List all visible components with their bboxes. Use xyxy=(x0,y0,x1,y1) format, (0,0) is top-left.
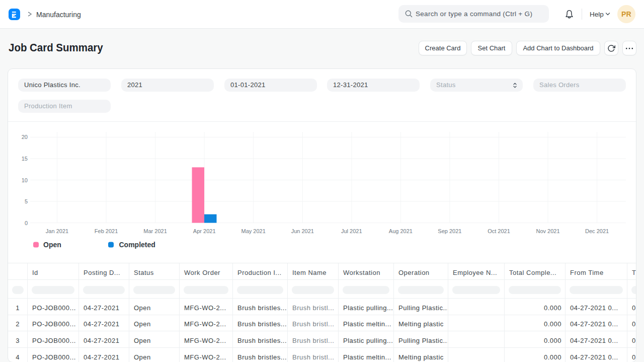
svg-text:Oct 2021: Oct 2021 xyxy=(488,228,510,234)
svg-text:15: 15 xyxy=(22,156,28,162)
svg-text:May 2021: May 2021 xyxy=(242,228,266,234)
svg-text:Sep 2021: Sep 2021 xyxy=(438,228,461,234)
svg-text:Dec 2021: Dec 2021 xyxy=(585,228,609,234)
svg-text:Completed: Completed xyxy=(119,241,155,249)
svg-text:Nov 2021: Nov 2021 xyxy=(536,228,559,234)
svg-text:0: 0 xyxy=(25,220,28,226)
svg-text:Mar 2021: Mar 2021 xyxy=(143,228,167,234)
svg-text:Jul 2021: Jul 2021 xyxy=(341,228,362,234)
svg-text:Jun 2021: Jun 2021 xyxy=(291,228,314,234)
svg-text:Feb 2021: Feb 2021 xyxy=(95,228,118,234)
svg-text:Aug 2021: Aug 2021 xyxy=(389,228,413,234)
svg-text:Jan 2021: Jan 2021 xyxy=(46,228,68,234)
svg-text:Open: Open xyxy=(43,241,61,249)
svg-text:Apr 2021: Apr 2021 xyxy=(193,228,216,234)
svg-text:10: 10 xyxy=(22,177,28,183)
svg-text:5: 5 xyxy=(25,198,28,204)
svg-text:20: 20 xyxy=(22,134,28,140)
